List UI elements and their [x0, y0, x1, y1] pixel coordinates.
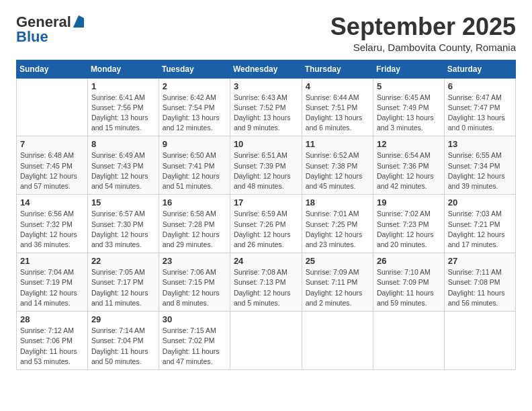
- day-number: 30: [163, 314, 226, 324]
- title-block: September 2025 Selaru, Dambovita County,…: [330, 13, 516, 53]
- day-number: 29: [91, 314, 155, 324]
- day-number: 10: [234, 139, 298, 149]
- day-info: Sunrise: 6:56 AMSunset: 7:32 PMDaylight:…: [20, 209, 84, 250]
- calendar-cell: 13Sunrise: 6:55 AMSunset: 7:34 PMDayligh…: [444, 136, 515, 195]
- day-number: 18: [306, 197, 369, 208]
- day-info: Sunrise: 7:06 AMSunset: 7:15 PMDaylight:…: [163, 267, 226, 308]
- calendar-cell: 6Sunrise: 6:47 AMSunset: 7:47 PMDaylight…: [444, 78, 515, 136]
- calendar-table: Sunday Monday Tuesday Wednesday Thursday…: [16, 60, 516, 370]
- day-info: Sunrise: 6:50 AMSunset: 7:41 PMDaylight:…: [163, 150, 226, 191]
- day-number: 28: [20, 314, 84, 324]
- calendar-week-row: 21Sunrise: 7:04 AMSunset: 7:19 PMDayligh…: [17, 253, 516, 312]
- logo: General Blue: [16, 13, 84, 46]
- logo-blue: Blue: [16, 28, 48, 46]
- day-info: Sunrise: 7:14 AMSunset: 7:04 PMDaylight:…: [91, 326, 155, 367]
- calendar-cell: 10Sunrise: 6:51 AMSunset: 7:39 PMDayligh…: [230, 136, 302, 195]
- day-info: Sunrise: 6:52 AMSunset: 7:38 PMDaylight:…: [306, 150, 369, 191]
- calendar-cell: 21Sunrise: 7:04 AMSunset: 7:19 PMDayligh…: [17, 253, 88, 312]
- day-number: 17: [234, 197, 298, 208]
- day-number: 8: [91, 139, 155, 149]
- day-info: Sunrise: 7:03 AMSunset: 7:21 PMDaylight:…: [448, 209, 512, 250]
- col-friday: Friday: [373, 60, 444, 78]
- day-number: 12: [377, 139, 441, 149]
- col-wednesday: Wednesday: [230, 60, 302, 78]
- day-info: Sunrise: 6:47 AMSunset: 7:47 PMDaylight:…: [448, 93, 512, 134]
- day-number: 15: [91, 197, 155, 208]
- day-info: Sunrise: 7:09 AMSunset: 7:11 PMDaylight:…: [306, 267, 369, 308]
- day-info: Sunrise: 7:05 AMSunset: 7:17 PMDaylight:…: [91, 267, 155, 308]
- calendar-cell: 5Sunrise: 6:45 AMSunset: 7:49 PMDaylight…: [373, 78, 444, 136]
- day-number: 5: [377, 81, 441, 91]
- calendar-cell: 24Sunrise: 7:08 AMSunset: 7:13 PMDayligh…: [230, 253, 302, 312]
- calendar-cell: 19Sunrise: 7:02 AMSunset: 7:23 PMDayligh…: [373, 195, 444, 253]
- calendar-cell: 4Sunrise: 6:44 AMSunset: 7:51 PMDaylight…: [302, 78, 373, 136]
- header-row: Sunday Monday Tuesday Wednesday Thursday…: [17, 60, 516, 78]
- calendar-cell: [230, 312, 302, 370]
- calendar-cell: 12Sunrise: 6:54 AMSunset: 7:36 PMDayligh…: [373, 136, 444, 195]
- calendar-cell: 20Sunrise: 7:03 AMSunset: 7:21 PMDayligh…: [444, 195, 515, 253]
- day-info: Sunrise: 7:02 AMSunset: 7:23 PMDaylight:…: [377, 209, 441, 250]
- day-number: 14: [20, 197, 84, 208]
- day-number: 4: [306, 81, 369, 91]
- day-number: 23: [163, 256, 226, 266]
- calendar-week-row: 1Sunrise: 6:41 AMSunset: 7:56 PMDaylight…: [17, 78, 516, 136]
- calendar-body: 1Sunrise: 6:41 AMSunset: 7:56 PMDaylight…: [17, 78, 516, 369]
- day-info: Sunrise: 6:42 AMSunset: 7:54 PMDaylight:…: [163, 93, 226, 134]
- calendar-week-row: 28Sunrise: 7:12 AMSunset: 7:06 PMDayligh…: [17, 312, 516, 370]
- day-info: Sunrise: 6:59 AMSunset: 7:26 PMDaylight:…: [234, 209, 298, 250]
- calendar-cell: 28Sunrise: 7:12 AMSunset: 7:06 PMDayligh…: [17, 312, 88, 370]
- logo-arrow-icon: [73, 15, 84, 30]
- day-number: 9: [163, 139, 226, 149]
- calendar-cell: 18Sunrise: 7:01 AMSunset: 7:25 PMDayligh…: [302, 195, 373, 253]
- calendar-cell: 9Sunrise: 6:50 AMSunset: 7:41 PMDaylight…: [159, 136, 230, 195]
- calendar-cell: [17, 78, 88, 136]
- day-number: 11: [306, 139, 369, 149]
- calendar-cell: 17Sunrise: 6:59 AMSunset: 7:26 PMDayligh…: [230, 195, 302, 253]
- day-info: Sunrise: 6:48 AMSunset: 7:45 PMDaylight:…: [20, 150, 84, 191]
- day-number: 2: [163, 81, 226, 91]
- calendar-week-row: 14Sunrise: 6:56 AMSunset: 7:32 PMDayligh…: [17, 195, 516, 253]
- svg-marker-1: [73, 15, 84, 28]
- calendar-cell: 1Sunrise: 6:41 AMSunset: 7:56 PMDaylight…: [87, 78, 159, 136]
- calendar-cell: 23Sunrise: 7:06 AMSunset: 7:15 PMDayligh…: [159, 253, 230, 312]
- day-info: Sunrise: 6:57 AMSunset: 7:30 PMDaylight:…: [91, 209, 155, 250]
- day-info: Sunrise: 6:41 AMSunset: 7:56 PMDaylight:…: [91, 93, 155, 134]
- day-info: Sunrise: 7:04 AMSunset: 7:19 PMDaylight:…: [20, 267, 84, 308]
- day-number: 7: [20, 139, 84, 149]
- calendar-cell: [373, 312, 444, 370]
- day-number: 22: [91, 256, 155, 266]
- day-number: 6: [448, 81, 512, 91]
- calendar-header: Sunday Monday Tuesday Wednesday Thursday…: [17, 60, 516, 78]
- calendar-cell: 15Sunrise: 6:57 AMSunset: 7:30 PMDayligh…: [87, 195, 159, 253]
- calendar-cell: 26Sunrise: 7:10 AMSunset: 7:09 PMDayligh…: [373, 253, 444, 312]
- location-subtitle: Selaru, Dambovita County, Romania: [330, 42, 516, 53]
- calendar-cell: [444, 312, 515, 370]
- calendar-week-row: 7Sunrise: 6:48 AMSunset: 7:45 PMDaylight…: [17, 136, 516, 195]
- day-info: Sunrise: 7:11 AMSunset: 7:08 PMDaylight:…: [448, 267, 512, 308]
- day-info: Sunrise: 6:43 AMSunset: 7:52 PMDaylight:…: [234, 93, 298, 134]
- col-saturday: Saturday: [444, 60, 515, 78]
- calendar-cell: 25Sunrise: 7:09 AMSunset: 7:11 PMDayligh…: [302, 253, 373, 312]
- day-number: 24: [234, 256, 298, 266]
- day-info: Sunrise: 6:49 AMSunset: 7:43 PMDaylight:…: [91, 150, 155, 191]
- day-number: 16: [163, 197, 226, 208]
- day-info: Sunrise: 6:55 AMSunset: 7:34 PMDaylight:…: [448, 150, 512, 191]
- day-number: 20: [448, 197, 512, 208]
- calendar-cell: 2Sunrise: 6:42 AMSunset: 7:54 PMDaylight…: [159, 78, 230, 136]
- calendar-cell: 30Sunrise: 7:15 AMSunset: 7:02 PMDayligh…: [159, 312, 230, 370]
- day-number: 25: [306, 256, 369, 266]
- day-number: 26: [377, 256, 441, 266]
- calendar-cell: 3Sunrise: 6:43 AMSunset: 7:52 PMDaylight…: [230, 78, 302, 136]
- col-monday: Monday: [87, 60, 159, 78]
- page-header: General Blue September 2025 Selaru, Damb…: [16, 13, 516, 53]
- day-info: Sunrise: 7:08 AMSunset: 7:13 PMDaylight:…: [234, 267, 298, 308]
- col-sunday: Sunday: [17, 60, 88, 78]
- day-number: 3: [234, 81, 298, 91]
- day-number: 19: [377, 197, 441, 208]
- calendar-cell: 14Sunrise: 6:56 AMSunset: 7:32 PMDayligh…: [17, 195, 88, 253]
- day-info: Sunrise: 6:45 AMSunset: 7:49 PMDaylight:…: [377, 93, 441, 134]
- calendar-cell: 16Sunrise: 6:58 AMSunset: 7:28 PMDayligh…: [159, 195, 230, 253]
- col-tuesday: Tuesday: [159, 60, 230, 78]
- col-thursday: Thursday: [302, 60, 373, 78]
- calendar-cell: 7Sunrise: 6:48 AMSunset: 7:45 PMDaylight…: [17, 136, 88, 195]
